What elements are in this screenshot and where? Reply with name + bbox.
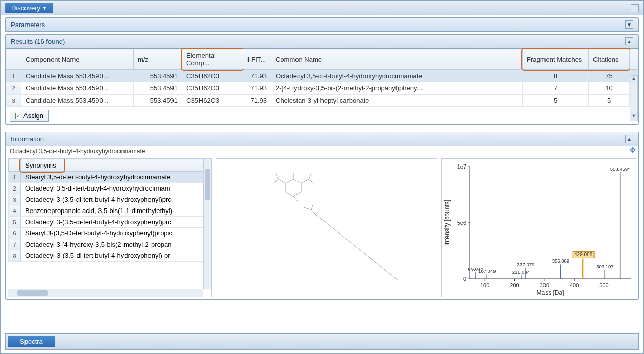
syn-text: Octadecyl 3,5-di-tert-butyl-4-hydroxyhyd… xyxy=(21,183,211,194)
list-item[interactable]: 2 Octadecyl 3,5-di-tert-butyl-4-hydroxyh… xyxy=(9,183,211,194)
syn-row-num: 2 xyxy=(9,183,21,194)
parameters-panel: Parameters ▼ xyxy=(5,17,639,32)
svg-line-12 xyxy=(304,207,311,210)
svg-text:0: 0 xyxy=(463,276,466,282)
syn-text: Octadecyl-3-(3,5-di-tert.butyl-4-hydroxy… xyxy=(21,250,211,262)
cell-ifit: 71.93 xyxy=(243,70,271,82)
list-item[interactable]: 6 Stearyl 3-(3,5-Di-tert-butyl-4-hydroxy… xyxy=(9,228,211,239)
col-fragment[interactable]: Fragment Matches xyxy=(523,49,589,70)
cell-component: Candidate Mass 553.4590... xyxy=(21,82,134,95)
syn-scrollbar-v[interactable] xyxy=(203,159,211,289)
cell-elemental: C35H62O3 xyxy=(182,95,243,107)
spectrum-chart: 05e61e7100200300400500Mass [Da]Intensity… xyxy=(441,158,636,297)
svg-line-5 xyxy=(301,179,309,183)
scroll-up-icon[interactable]: ▲ xyxy=(630,76,637,83)
cell-component: Candidate Mass 553.4590... xyxy=(21,70,134,82)
window-restore-icon[interactable] xyxy=(631,4,639,12)
molecule-svg xyxy=(237,164,416,292)
syn-text: Benzenepropanoic acid, 3,5-bis(1,1-dimet… xyxy=(21,205,211,217)
col-citations[interactable]: Citations xyxy=(589,49,630,70)
cell-fragment: 7 xyxy=(523,82,589,95)
list-item[interactable]: 3 Octadecyl 3-(3,5-di-tert-butyl-4-hydro… xyxy=(9,194,211,205)
svg-line-6 xyxy=(309,179,314,183)
table-row[interactable]: 2 Candidate Mass 553.4590... 553.4591 C3… xyxy=(6,82,638,95)
results-header-row: Component Name m/z Elemental Comp... i-F… xyxy=(6,49,638,70)
results-header[interactable]: Results (16 found) ▲ xyxy=(6,35,638,49)
scroll-down-icon[interactable]: ▼ xyxy=(630,113,637,121)
svg-text:107.049: 107.049 xyxy=(478,268,496,274)
information-header[interactable]: Information ▲ xyxy=(6,132,638,146)
cell-citations: 10 xyxy=(589,82,630,95)
expand-down-icon[interactable]: ▼ xyxy=(625,20,633,29)
cell-common: Cholestan-3-yl heptyl carbonate xyxy=(271,95,523,107)
structure-diagram xyxy=(216,158,437,297)
synonyms-panel: Synonyms 1 Stearyl 3,5-di-tert-butyl-4-h… xyxy=(8,158,212,297)
syn-row-num: 7 xyxy=(9,239,21,250)
results-title: Results (16 found) xyxy=(11,38,65,45)
info-body: ✥ Synonyms 1 Stearyl 3,5-di-tert-butyl-4… xyxy=(6,156,638,299)
cell-ifit: 71.93 xyxy=(243,95,271,107)
assign-label: Assign xyxy=(23,112,43,120)
collapse-up-icon[interactable]: ▲ xyxy=(625,37,633,45)
list-item[interactable]: 1 Stearyl 3,5-di-tert-butyl-4-hydroxyhyd… xyxy=(9,172,211,183)
syn-col-rownum[interactable] xyxy=(9,159,21,172)
syn-col-header[interactable]: Synonyms xyxy=(21,159,211,172)
col-elemental[interactable]: Elemental Comp... xyxy=(182,49,243,70)
svg-text:5e6: 5e6 xyxy=(457,220,466,226)
col-rownum[interactable] xyxy=(6,49,21,70)
scroll-thumb[interactable] xyxy=(205,169,210,200)
list-item[interactable]: 8 Octadecyl-3-(3,5-di-tert.butyl-4-hydro… xyxy=(9,250,211,262)
table-row[interactable]: 1 Candidate Mass 553.4590... 553.4591 C3… xyxy=(6,70,638,82)
collapse-up-icon-2[interactable]: ▲ xyxy=(625,135,633,143)
footer-bar: Spectra xyxy=(5,333,639,350)
col-mz[interactable]: m/z xyxy=(134,49,182,70)
table-row[interactable]: 3 Candidate Mass 553.4590... 553.4591 C3… xyxy=(6,95,638,107)
results-scrollbar[interactable]: ▲ ▼ xyxy=(630,75,638,121)
svg-text:1e7: 1e7 xyxy=(457,163,466,170)
svg-marker-0 xyxy=(286,179,301,196)
information-title: Information xyxy=(11,135,44,143)
svg-line-4 xyxy=(278,174,283,179)
move-icon[interactable]: ✥ xyxy=(629,145,638,154)
spectra-label: Spectra xyxy=(20,338,43,345)
splitter-handle[interactable]: ⋯⋯ xyxy=(1,126,643,131)
discovery-label: Discovery xyxy=(11,4,40,12)
parameters-title: Parameters xyxy=(11,21,45,29)
svg-line-8 xyxy=(304,174,309,179)
svg-text:221.084: 221.084 xyxy=(512,269,530,275)
cell-mz: 553.4591 xyxy=(134,95,182,107)
list-item[interactable]: 7 Octadecyl 3-[4-hydroxy-3,5-bis(2-methy… xyxy=(9,239,211,250)
svg-text:503.107: 503.107 xyxy=(596,264,613,269)
cell-ifit: 71.93 xyxy=(243,82,271,95)
col-scroll xyxy=(630,49,638,70)
cell-citations: 5 xyxy=(589,95,630,107)
syn-row-num: 6 xyxy=(9,228,21,239)
svg-text:Intensity [counts]: Intensity [counts] xyxy=(443,200,451,246)
svg-text:Mass [Da]: Mass [Da] xyxy=(536,289,564,296)
syn-scrollbar-h[interactable] xyxy=(8,289,203,297)
svg-line-14 xyxy=(311,210,316,215)
assign-button[interactable]: ✓ Assign xyxy=(10,110,49,122)
list-item[interactable]: 5 Octadecyl 3-(3,5-di-tert-butyl-4-hydro… xyxy=(9,217,211,228)
cell-component: Candidate Mass 553.4590... xyxy=(21,95,134,107)
svg-text:553.459*: 553.459* xyxy=(610,166,630,172)
discovery-dropdown[interactable]: Discovery ▼ xyxy=(5,3,53,13)
col-ifit[interactable]: i-FIT... xyxy=(243,49,271,70)
syn-text: Octadecyl 3-(3,5-di-tert-butyl-4-hydroxy… xyxy=(21,194,211,205)
syn-text: Stearyl 3-(3,5-Di-tert-butyl-4-hydroxyph… xyxy=(21,228,211,239)
spectra-button[interactable]: Spectra xyxy=(8,336,55,347)
spectrum-svg: 05e61e7100200300400500Mass [Da]Intensity… xyxy=(442,159,636,297)
row-num: 3 xyxy=(6,95,21,107)
scroll-thumb-h[interactable] xyxy=(17,290,48,296)
svg-text:500: 500 xyxy=(599,282,608,288)
svg-text:400: 400 xyxy=(569,282,579,288)
parameters-header[interactable]: Parameters ▼ xyxy=(6,18,638,32)
cell-elemental: C35H62O3 xyxy=(182,70,243,82)
col-common[interactable]: Common Name xyxy=(271,49,523,70)
main-toolbar: Discovery ▼ xyxy=(1,1,643,15)
syn-row-num: 1 xyxy=(9,172,21,183)
syn-text: Stearyl 3,5-di-tert-butyl-4-hydroxyhydro… xyxy=(21,172,211,183)
list-item[interactable]: 4 Benzenepropanoic acid, 3,5-bis(1,1-dim… xyxy=(9,205,211,217)
svg-line-11 xyxy=(299,202,304,207)
col-component[interactable]: Component Name xyxy=(21,49,134,70)
